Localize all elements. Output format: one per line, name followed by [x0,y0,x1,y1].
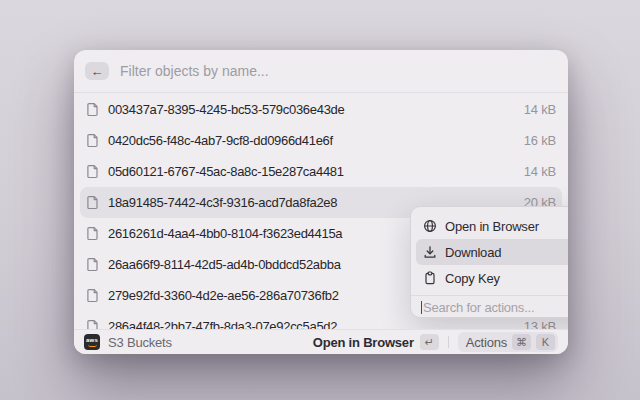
status-bar: aws S3 Buckets Open in Browser ↵ Actions… [74,329,568,354]
file-icon [86,102,99,117]
object-size: 14 kB [524,102,556,117]
object-row[interactable]: 0420dc56-f48c-4ab7-9cf8-dd0966d41e6f16 k… [80,125,562,156]
action-menu-panel: Open in Browser↵Download⌘↵Copy Key Searc… [410,206,568,318]
primary-action-button[interactable]: Open in Browser [313,335,414,350]
aws-smile-icon [88,343,97,347]
object-name: 26aa66f9-8114-42d5-ad4b-0bddcd52abba [108,257,341,272]
search-header: ← [74,50,568,93]
download-icon [423,245,437,259]
action-search-field[interactable]: Search for actions... [411,298,568,317]
action-menu-item[interactable]: Download⌘↵ [416,239,568,265]
object-size: 16 kB [524,133,556,148]
globe-icon [423,219,437,233]
aws-app-icon: aws [84,334,100,350]
file-icon [86,257,99,272]
action-menu-item-label: Open in Browser [445,219,539,234]
clipboard-icon [423,271,437,285]
object-name: 18a91485-7442-4c3f-9316-acd7da8fa2e8 [108,195,337,210]
back-button[interactable]: ← [85,62,109,80]
filter-input[interactable] [120,63,557,79]
panel-divider [411,295,568,296]
return-key-badge: ↵ [420,334,439,350]
text-caret [421,301,422,314]
file-icon [86,133,99,148]
object-name: 0420dc56-f48c-4ab7-9cf8-dd0966d41e6f [108,133,333,148]
object-row[interactable]: 003437a7-8395-4245-bc53-579c036e43de14 k… [80,94,562,125]
file-icon [86,226,99,241]
file-icon [86,195,99,210]
action-menu-item-label: Download [445,245,501,260]
action-menu-item[interactable]: Copy Key [416,265,568,291]
action-menu-item-label: Copy Key [445,271,500,286]
action-search-placeholder: Search for actions... [423,300,534,315]
back-arrow-icon: ← [91,63,104,80]
object-name: 2616261d-4aa4-4bb0-8104-f3623ed4415a [108,226,342,241]
object-name: 279e92fd-3360-4d2e-ae56-286a70736fb2 [108,288,339,303]
footer-separator [448,336,449,348]
object-name: 003437a7-8395-4245-bc53-579c036e43de [108,102,344,117]
file-icon [86,288,99,303]
action-menu-item[interactable]: Open in Browser↵ [416,213,568,239]
action-menu: Open in Browser↵Download⌘↵Copy Key [411,207,568,291]
k-key-badge: K [536,334,555,350]
object-row[interactable]: 05d60121-6767-45ac-8a8c-15e287ca448114 k… [80,156,562,187]
desktop-background: ← 003437a7-8395-4245-bc53-579c036e43de14… [0,0,640,400]
actions-button-label: Actions [466,335,507,350]
launcher-window: ← 003437a7-8395-4245-bc53-579c036e43de14… [74,50,568,354]
actions-button[interactable]: Actions ⌘ K [458,332,558,352]
file-icon [86,164,99,179]
app-name: S3 Buckets [108,335,172,350]
command-key-badge: ⌘ [512,334,531,350]
footer-actions: Open in Browser ↵ Actions ⌘ K [313,332,558,352]
object-size: 14 kB [524,164,556,179]
object-name: 05d60121-6767-45ac-8a8c-15e287ca4481 [108,164,344,179]
